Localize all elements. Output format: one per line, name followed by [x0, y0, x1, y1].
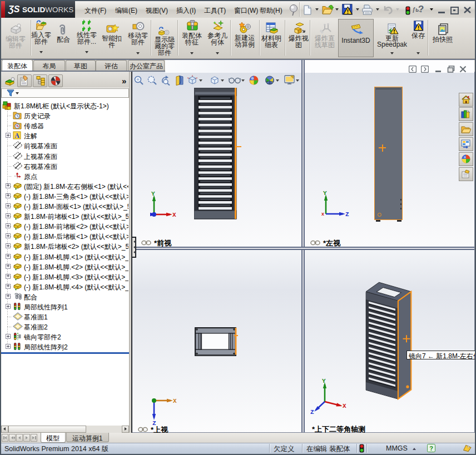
svg-text:?: ?: [429, 445, 433, 452]
svg-text:X: X: [173, 398, 177, 404]
svg-text:Y: Y: [151, 191, 155, 197]
svg-text:Z: Z: [310, 409, 314, 416]
svg-text:A: A: [14, 132, 19, 139]
svg-text:Y: Y: [322, 378, 326, 384]
svg-text:Z: Z: [345, 211, 349, 218]
svg-text:X: X: [343, 403, 346, 409]
svg-text:X: X: [172, 212, 176, 218]
svg-text:Y: Y: [323, 191, 327, 197]
